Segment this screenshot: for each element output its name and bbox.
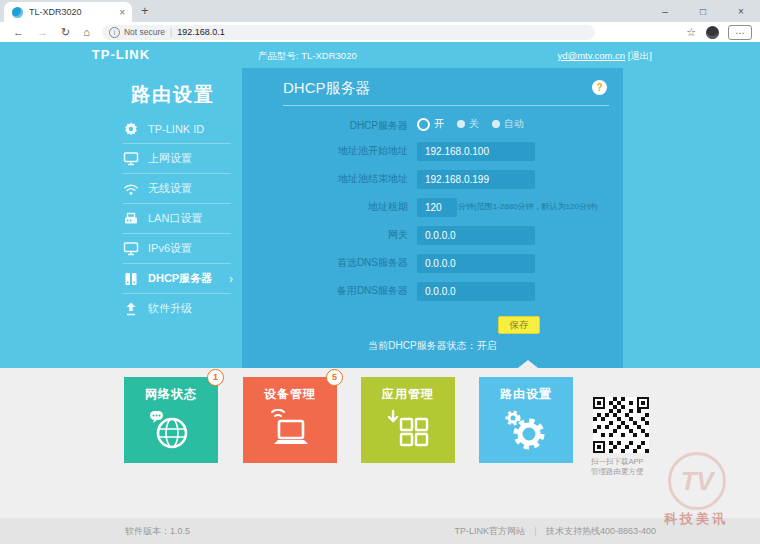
radio-label: 关: [469, 117, 479, 131]
sidebar-item-tplink-id[interactable]: TP-LINK ID: [123, 114, 231, 144]
sidebar-item-wan[interactable]: 上网设置: [123, 144, 231, 174]
monitor-icon: [123, 151, 139, 167]
support-hotline-label: 技术支持热线400-8863-400: [546, 526, 656, 536]
firmware-version-label: 软件版本：1.0.5: [125, 518, 190, 544]
tplink-favicon-icon: [12, 7, 23, 18]
field-label: 地址池开始地址: [248, 141, 408, 160]
maximize-button[interactable]: □: [684, 6, 722, 17]
refresh-button[interactable]: ↻: [61, 26, 70, 39]
field-label: 首选DNS服务器: [248, 253, 408, 272]
security-label: Not secure: [124, 27, 165, 37]
radio-unselected-icon: [457, 120, 465, 128]
footer-separator: ｜: [531, 526, 540, 536]
qr-code: [593, 397, 649, 453]
card-network-status[interactable]: 1 网络状态: [124, 377, 218, 463]
primary-dns-row: 首选DNS服务器: [242, 253, 623, 272]
card-label: 设备管理: [243, 386, 337, 403]
apps-grid-icon: [384, 409, 432, 451]
qr-caption-line2: 管理路由更方便: [591, 467, 661, 477]
secondary-dns-input[interactable]: [417, 282, 535, 301]
active-card-notch: [518, 360, 538, 368]
back-button[interactable]: ←: [13, 26, 24, 38]
minimize-button[interactable]: –: [646, 6, 684, 17]
sidebar-item-firmware[interactable]: 软件升级: [123, 294, 231, 323]
address-separator: |: [170, 27, 172, 37]
url-text: 192.168.0.1: [177, 27, 225, 37]
gateway-input[interactable]: [417, 226, 535, 245]
home-button[interactable]: ⌂: [83, 26, 90, 38]
panel-title: DHCP服务器: [283, 79, 371, 98]
sidebar-item-label: 软件升级: [148, 301, 192, 316]
radio-unselected-icon: [492, 120, 500, 128]
card-label: 网络状态: [124, 386, 218, 403]
site-info-icon[interactable]: i: [109, 27, 120, 38]
qr-caption-line1: 扫一扫下载APP: [591, 457, 661, 467]
gateway-row: 网关: [242, 225, 623, 244]
sidebar-item-wireless[interactable]: 无线设置: [123, 174, 231, 204]
sidebar-item-label: 无线设置: [148, 181, 192, 196]
product-model-label: 产品型号: TL-XDR3020: [258, 42, 357, 68]
radio-auto[interactable]: 自动: [492, 117, 524, 131]
globe-icon: [148, 409, 194, 451]
page-footer: 软件版本：1.0.5 TP-LINK官方网站｜技术支持热线400-8863-40…: [0, 518, 760, 544]
sidebar-menu: TP-LINK ID 上网设置 无线设置 LAN口设置 IPv6设置 DHCP服…: [123, 114, 231, 323]
gear-icon: [123, 121, 139, 137]
forward-button[interactable]: →: [37, 26, 48, 38]
sidebar-item-dhcp[interactable]: DHCP服务器 ›: [123, 264, 231, 294]
profile-avatar[interactable]: [706, 26, 719, 39]
account-area: yd@mtv.com.cn [退出]: [558, 42, 652, 68]
browser-menu-button[interactable]: …: [728, 25, 752, 40]
card-router-settings[interactable]: 路由设置: [479, 377, 573, 463]
sidebar-item-label: LAN口设置: [148, 211, 202, 226]
pool-end-input[interactable]: [417, 170, 535, 189]
sidebar-item-lan[interactable]: LAN口设置: [123, 204, 231, 234]
tab-title: TL-XDR3020: [29, 7, 112, 17]
account-email-link[interactable]: yd@mtv.com.cn: [558, 50, 626, 61]
qr-caption: 扫一扫下载APP 管理路由更方便: [591, 457, 661, 477]
monitor-icon: [123, 241, 139, 257]
sidebar-item-ipv6[interactable]: IPv6设置: [123, 234, 231, 264]
address-bar[interactable]: i Not secure | 192.168.0.1: [102, 25, 595, 40]
card-device-management[interactable]: 5 设备管理: [243, 377, 337, 463]
card-app-management[interactable]: 应用管理: [361, 377, 455, 463]
page-title: 路由设置: [131, 82, 215, 108]
sidebar-item-label: IPv6设置: [148, 241, 192, 256]
pool-start-row: 地址池开始地址: [242, 141, 623, 160]
radio-selected-icon: [417, 118, 430, 131]
panel-divider: [283, 105, 609, 106]
laptop-wifi-icon: [266, 409, 314, 451]
radio-label: 开: [434, 117, 444, 131]
field-label: DHCP服务器: [248, 116, 408, 135]
card-label: 路由设置: [479, 386, 573, 403]
field-label: 地址租期: [248, 197, 408, 216]
sidebar-item-label: 上网设置: [148, 151, 192, 166]
radio-on[interactable]: 开: [417, 117, 444, 131]
browser-tab[interactable]: TL-XDR3020 ×: [4, 2, 132, 22]
lease-time-note: 分钟(范围1-2880分钟，默认为120分钟): [458, 197, 598, 216]
app-header: TP-LINK 产品型号: TL-XDR3020 yd@mtv.com.cn […: [0, 42, 760, 68]
radio-off[interactable]: 关: [457, 117, 479, 131]
pool-start-input[interactable]: [417, 142, 535, 161]
new-tab-button[interactable]: +: [141, 3, 149, 18]
bottom-nav-area: 1 网络状态 5 设备管理 应用管理: [0, 368, 760, 518]
dhcp-server-icon: [123, 271, 139, 287]
lan-device-icon: [123, 211, 139, 227]
help-icon[interactable]: ?: [592, 80, 607, 95]
upload-icon: [123, 301, 139, 317]
dhcp-status-text: 当前DHCP服务器状态：开启: [242, 339, 623, 353]
browser-window: TL-XDR3020 × + – □ × ← → ↻ ⌂ i Not secur…: [0, 0, 760, 544]
card-label: 应用管理: [361, 386, 455, 403]
lease-time-input[interactable]: [417, 198, 457, 217]
close-button[interactable]: ×: [722, 6, 760, 17]
tab-close-icon[interactable]: ×: [119, 7, 125, 18]
logout-link[interactable]: [退出]: [628, 50, 652, 61]
save-button[interactable]: 保存: [498, 316, 540, 334]
field-label: 网关: [248, 225, 408, 244]
favorite-star-icon[interactable]: ☆: [686, 26, 696, 39]
dhcp-mode-row: DHCP服务器 开 关 自动: [242, 116, 623, 135]
dhcp-mode-radios: 开 关 自动: [417, 116, 537, 132]
official-site-link[interactable]: TP-LINK官方网站: [455, 526, 526, 536]
radio-label: 自动: [504, 117, 524, 131]
wifi-icon: [123, 181, 139, 197]
primary-dns-input[interactable]: [417, 254, 535, 273]
